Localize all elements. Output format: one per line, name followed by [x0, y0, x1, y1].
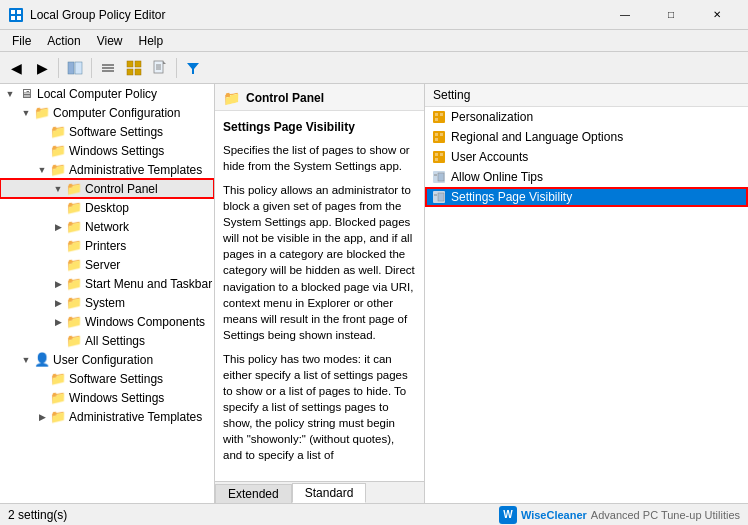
tab-standard[interactable]: Standard — [292, 483, 367, 503]
svg-rect-1 — [11, 10, 15, 14]
desc-folder-icon: 📁 — [223, 90, 239, 106]
statusbar: 2 setting(s) W WiseCleaner Advanced PC T… — [0, 503, 748, 525]
allow-online-tips-label: Allow Online Tips — [451, 170, 543, 184]
filter-button[interactable] — [181, 56, 205, 80]
svg-rect-22 — [440, 113, 443, 116]
tree-printers-label: Printers — [85, 239, 126, 253]
back-button[interactable]: ◀ — [4, 56, 28, 80]
network-icon: 📁 — [66, 219, 82, 235]
tree-panel: 🖥 Local Computer Policy 📁 Computer Confi… — [0, 84, 215, 503]
svg-rect-30 — [440, 153, 443, 156]
network-expander[interactable] — [50, 219, 66, 235]
maximize-button[interactable]: □ — [648, 0, 694, 30]
tree-admin-templates[interactable]: 📁 Administrative Templates — [0, 160, 214, 179]
svg-rect-34 — [438, 173, 444, 181]
software-settings-icon: 📁 — [50, 124, 66, 140]
computer-config-icon: 📁 — [34, 105, 50, 121]
system-expander[interactable] — [50, 295, 66, 311]
toolbar-btn-3[interactable] — [96, 56, 120, 80]
tree-system-label: System — [85, 296, 125, 310]
user-config-icon: 👤 — [34, 352, 50, 368]
toolbar-btn-4[interactable] — [122, 56, 146, 80]
show-hide-tree-button[interactable] — [63, 56, 87, 80]
tree-system[interactable]: 📁 System — [0, 293, 214, 312]
svg-rect-27 — [435, 138, 438, 141]
tree-software-settings-uc-label: Software Settings — [69, 372, 163, 386]
menubar: File Action View Help — [0, 30, 748, 52]
tree-windows-components-label: Windows Components — [85, 315, 205, 329]
menu-help[interactable]: Help — [131, 32, 172, 50]
wise-logo: W — [499, 506, 517, 524]
tree-server-label: Server — [85, 258, 120, 272]
tree-admin-templates-uc[interactable]: 📁 Administrative Templates — [0, 407, 214, 426]
svg-marker-15 — [163, 61, 166, 64]
tree-server[interactable]: 📁 Server — [0, 255, 214, 274]
settings-item-user-accounts[interactable]: User Accounts — [425, 147, 748, 167]
tree-network[interactable]: 📁 Network — [0, 217, 214, 236]
tree-windows-settings-uc[interactable]: 📁 Windows Settings — [0, 388, 214, 407]
tree-software-settings-cc[interactable]: 📁 Software Settings — [0, 122, 214, 141]
tree-windows-components[interactable]: 📁 Windows Components — [0, 312, 214, 331]
svg-rect-5 — [68, 62, 74, 74]
toolbar-btn-5[interactable] — [148, 56, 172, 80]
tree-root[interactable]: 🖥 Local Computer Policy — [0, 84, 214, 103]
svg-rect-21 — [435, 113, 438, 116]
tab-extended[interactable]: Extended — [215, 484, 292, 503]
tree-all-settings[interactable]: 📁 All Settings — [0, 331, 214, 350]
settings-item-allow-online-tips[interactable]: Allow Online Tips — [425, 167, 748, 187]
menu-action[interactable]: Action — [39, 32, 88, 50]
toolbar-separator-3 — [176, 58, 177, 78]
user-accounts-label: User Accounts — [451, 150, 528, 164]
svg-rect-31 — [435, 158, 438, 161]
tree-control-panel[interactable]: 📁 Control Panel — [0, 179, 214, 198]
root-expander[interactable] — [2, 86, 18, 102]
desktop-icon: 📁 — [66, 200, 82, 216]
tree-printers[interactable]: 📁 Printers — [0, 236, 214, 255]
uc-windows-icon: 📁 — [50, 390, 66, 406]
settings-item-regional[interactable]: Regional and Language Options — [425, 127, 748, 147]
settings-item-settings-page-visibility[interactable]: Settings Page Visibility — [425, 187, 748, 207]
tree-startmenu-label: Start Menu and Taskbar — [85, 277, 212, 291]
startmenu-expander[interactable] — [50, 276, 66, 292]
forward-button[interactable]: ▶ — [30, 56, 54, 80]
svg-rect-2 — [17, 10, 21, 14]
startmenu-icon: 📁 — [66, 276, 82, 292]
tree-computer-config[interactable]: 📁 Computer Configuration — [0, 103, 214, 122]
admin-templates-expander[interactable] — [34, 162, 50, 178]
tree-software-settings-uc[interactable]: 📁 Software Settings — [0, 369, 214, 388]
menu-view[interactable]: View — [89, 32, 131, 50]
uc-admin-expander[interactable] — [34, 409, 50, 425]
tree-root-label: Local Computer Policy — [37, 87, 157, 101]
tree-windows-settings-cc[interactable]: 📁 Windows Settings — [0, 141, 214, 160]
minimize-button[interactable]: — — [602, 0, 648, 30]
printers-icon: 📁 — [66, 238, 82, 254]
window-controls: — □ ✕ — [602, 0, 740, 30]
tree-network-label: Network — [85, 220, 129, 234]
close-button[interactable]: ✕ — [694, 0, 740, 30]
user-config-expander[interactable] — [18, 352, 34, 368]
settings-item-personalization[interactable]: Personalization — [425, 107, 748, 127]
tree-control-panel-label: Control Panel — [85, 182, 158, 196]
control-panel-expander[interactable] — [50, 181, 66, 197]
svg-rect-6 — [75, 62, 82, 74]
tree-startmenu[interactable]: 📁 Start Menu and Taskbar — [0, 274, 214, 293]
windows-components-expander[interactable] — [50, 314, 66, 330]
tree-admin-templates-label: Administrative Templates — [69, 163, 202, 177]
server-icon: 📁 — [66, 257, 82, 273]
tree-computer-config-label: Computer Configuration — [53, 106, 180, 120]
tree-software-settings-cc-label: Software Settings — [69, 125, 163, 139]
regional-icon — [431, 129, 447, 145]
computer-config-expander[interactable] — [18, 105, 34, 121]
settings-list: Personalization Regional and Language Op… — [425, 107, 748, 503]
description-panel: 📁 Control Panel Settings Page Visibility… — [215, 84, 425, 503]
svg-rect-9 — [102, 70, 114, 72]
menu-file[interactable]: File — [4, 32, 39, 50]
allow-online-tips-icon — [431, 169, 447, 185]
svg-rect-12 — [127, 69, 133, 75]
user-accounts-icon — [431, 149, 447, 165]
control-panel-icon: 📁 — [66, 181, 82, 197]
tree-windows-settings-uc-label: Windows Settings — [69, 391, 164, 405]
tree-user-config[interactable]: 👤 User Configuration — [0, 350, 214, 369]
desc-para-2: This policy allows an administrator to b… — [223, 182, 416, 343]
tree-desktop[interactable]: 📁 Desktop — [0, 198, 214, 217]
